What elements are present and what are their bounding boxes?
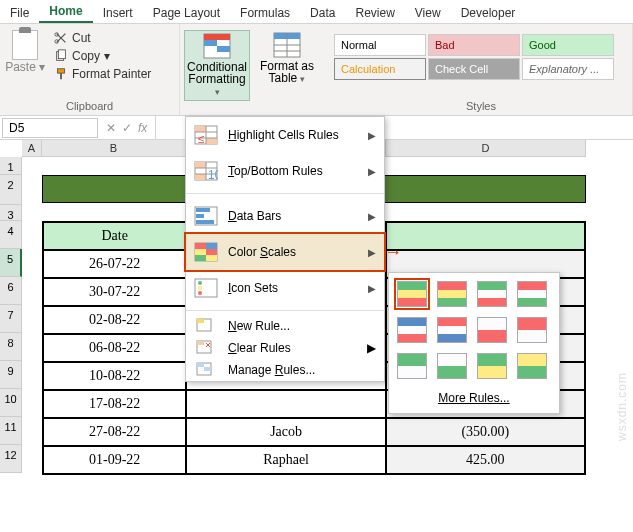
format-painter-button[interactable]: Format Painter (50, 66, 155, 82)
style-bad[interactable]: Bad (428, 34, 520, 56)
color-scale-swatch[interactable] (477, 281, 507, 307)
color-scale-swatch[interactable] (437, 317, 467, 343)
header-d[interactable] (386, 222, 585, 250)
tab-review[interactable]: Review (345, 2, 404, 23)
menu-label: con Sets (231, 281, 278, 295)
tab-home[interactable]: Home (39, 0, 92, 23)
row-header[interactable]: 2 (0, 175, 22, 205)
col-header-d[interactable]: D (386, 140, 586, 157)
cell[interactable]: 26-07-22 (43, 250, 186, 278)
svg-rect-31 (196, 214, 204, 218)
cell[interactable]: Jacob (186, 418, 385, 446)
tab-data[interactable]: Data (300, 2, 345, 23)
group-styles: Normal Bad Good Calculation Check Cell E… (330, 24, 633, 115)
tab-page-layout[interactable]: Page Layout (143, 2, 230, 23)
row-header[interactable]: 8 (0, 333, 22, 361)
tab-developer[interactable]: Developer (451, 2, 526, 23)
menu-color-scales[interactable]: Color Scales ▶ → (184, 232, 386, 272)
color-scale-swatch[interactable] (517, 281, 547, 307)
cell[interactable] (186, 390, 385, 418)
cell[interactable]: 02-08-22 (43, 306, 186, 334)
menu-new-rule[interactable]: New Rule... (186, 315, 384, 337)
svg-rect-38 (195, 255, 206, 261)
tab-file[interactable]: File (0, 2, 39, 23)
menu-data-bars[interactable]: Data Bars ▶ (186, 198, 384, 234)
color-scale-swatch[interactable] (477, 317, 507, 343)
row-header[interactable]: 4 (0, 221, 22, 249)
menu-top-bottom[interactable]: 10 Top/Bottom Rules ▶ (186, 153, 384, 189)
style-calculation[interactable]: Calculation (334, 58, 426, 80)
menu-label: op/Bottom Rules (234, 164, 323, 178)
new-rule-icon (196, 318, 212, 332)
svg-rect-17 (206, 138, 217, 144)
paintbrush-icon (54, 67, 68, 81)
svg-rect-23 (195, 162, 206, 168)
color-scale-swatch[interactable] (397, 281, 427, 307)
row-header[interactable]: 10 (0, 389, 22, 417)
cell[interactable]: (350.00) (386, 418, 585, 446)
col-header-a[interactable]: A (22, 140, 42, 157)
cell[interactable]: 01-09-22 (43, 446, 186, 474)
group-cf-fat: ConditionalFormatting ▾ Format asTable ▾ (180, 24, 330, 115)
color-scale-swatch[interactable] (437, 353, 467, 379)
color-scale-swatch[interactable] (397, 317, 427, 343)
icon-sets-icon (194, 278, 218, 298)
conditional-formatting-menu: ≤ Highlight Cells Rules ▶ 10 Top/Bottom … (185, 116, 385, 382)
row-header[interactable]: 12 (0, 445, 22, 473)
copy-button[interactable]: Copy ▾ (50, 48, 155, 64)
row-header[interactable]: 1 (0, 157, 22, 175)
ribbon-body: Paste ▾ Cut Copy ▾ Format Painter Clipbo… (0, 24, 633, 116)
tab-insert[interactable]: Insert (93, 2, 143, 23)
style-good[interactable]: Good (522, 34, 614, 56)
row-header[interactable]: 7 (0, 305, 22, 333)
tab-view[interactable]: View (405, 2, 451, 23)
fx-icon[interactable]: fx (138, 121, 147, 135)
cell[interactable]: Raphael (186, 446, 385, 474)
color-scale-swatch[interactable] (517, 317, 547, 343)
cut-label: Cut (72, 31, 91, 45)
row-header[interactable]: 5 (0, 249, 22, 277)
scissors-icon (54, 31, 68, 45)
cell[interactable]: 10-08-22 (43, 362, 186, 390)
cell[interactable]: 425.00 (386, 446, 585, 474)
svg-text:10: 10 (208, 168, 218, 181)
style-check-cell[interactable]: Check Cell (428, 58, 520, 80)
format-as-table-button[interactable]: Format asTable ▾ (254, 30, 320, 87)
paste-button[interactable]: Paste ▾ (4, 30, 46, 74)
svg-rect-49 (197, 363, 204, 367)
style-explanatory[interactable]: Explanatory ... (522, 58, 614, 80)
chevron-right-icon: ▶ (368, 166, 376, 177)
svg-point-43 (198, 291, 202, 295)
conditional-formatting-button[interactable]: ConditionalFormatting ▾ (184, 30, 250, 101)
header-date[interactable]: Date (43, 222, 186, 250)
cell[interactable]: 06-08-22 (43, 334, 186, 362)
row-header[interactable]: 3 (0, 205, 22, 221)
chevron-right-icon: ▶ (368, 247, 376, 258)
menu-highlight-cells[interactable]: ≤ Highlight Cells Rules ▶ (186, 117, 384, 153)
cancel-icon: ✕ (106, 121, 116, 135)
svg-rect-7 (204, 34, 230, 40)
col-header-b[interactable]: B (42, 140, 186, 157)
cell[interactable]: 17-08-22 (43, 390, 186, 418)
color-scale-swatch[interactable] (517, 353, 547, 379)
paste-icon (12, 30, 38, 60)
cell[interactable]: 27-08-22 (43, 418, 186, 446)
row-header[interactable]: 9 (0, 361, 22, 389)
conditional-formatting-icon (203, 33, 231, 59)
svg-rect-36 (195, 249, 206, 255)
menu-icon-sets[interactable]: Icon Sets ▶ (186, 270, 384, 306)
name-box[interactable]: D5 (2, 118, 98, 138)
cut-button[interactable]: Cut (50, 30, 155, 46)
more-rules-link[interactable]: More Rules... (397, 391, 551, 405)
cell[interactable]: 30-07-22 (43, 278, 186, 306)
color-scale-swatch[interactable] (477, 353, 507, 379)
menu-manage-rules[interactable]: Manage Rules... (186, 359, 384, 381)
row-header[interactable]: 6 (0, 277, 22, 305)
menu-clear-rules[interactable]: Clear Rules ▶ (186, 337, 384, 359)
group-clipboard: Paste ▾ Cut Copy ▾ Format Painter Clipbo… (0, 24, 180, 115)
color-scale-swatch[interactable] (437, 281, 467, 307)
color-scale-swatch[interactable] (397, 353, 427, 379)
style-normal[interactable]: Normal (334, 34, 426, 56)
row-header[interactable]: 11 (0, 417, 22, 445)
tab-formulas[interactable]: Formulas (230, 2, 300, 23)
